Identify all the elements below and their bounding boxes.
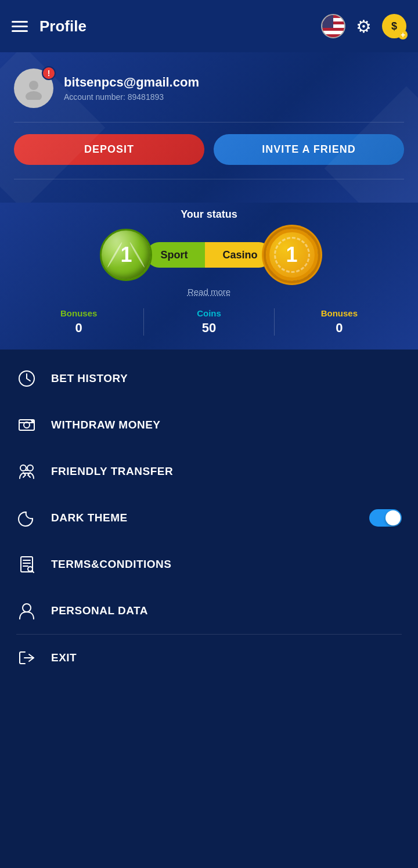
svg-point-17 bbox=[23, 604, 31, 612]
coin-deposit-button[interactable]: $ + bbox=[382, 14, 406, 38]
terms-conditions-label: TERMS&CONDITIONS bbox=[51, 558, 402, 571]
sport-bonuses-label: Bonuses bbox=[60, 308, 97, 318]
svg-point-0 bbox=[29, 81, 38, 90]
invite-friend-button[interactable]: INVITE A FRIEND bbox=[214, 134, 404, 165]
divider-2 bbox=[14, 179, 404, 179]
sport-label: Sport bbox=[146, 242, 205, 268]
header-actions: ⚙ $ + bbox=[321, 14, 406, 38]
sport-level-badge: 1 bbox=[100, 229, 152, 281]
account-number: Account number: 89481893 bbox=[64, 92, 199, 102]
status-section: Your status 1 Sport Casino 1 Read more B… bbox=[0, 203, 418, 350]
svg-rect-11 bbox=[21, 557, 33, 572]
settings-icon[interactable]: ⚙ bbox=[356, 16, 372, 37]
header: Profile ⚙ $ + bbox=[0, 0, 418, 52]
alert-badge: ! bbox=[42, 66, 56, 80]
dark-theme-label: DARK THEME bbox=[51, 512, 355, 524]
status-pill: Sport Casino bbox=[146, 242, 271, 268]
transfer-icon bbox=[16, 461, 37, 482]
withdraw-icon bbox=[16, 415, 37, 435]
stat-casino-bonuses: Bonuses 0 bbox=[274, 308, 404, 336]
status-title: Your status bbox=[14, 208, 404, 221]
menu-item-friendly-transfer[interactable]: FRIENDLY TRANSFER bbox=[0, 448, 418, 495]
action-buttons: DEPOSIT INVITE A FRIEND bbox=[14, 134, 404, 165]
divider-1 bbox=[14, 122, 404, 123]
stats-row: Bonuses 0 Coins 50 Bonuses 0 bbox=[14, 308, 404, 336]
sport-bonuses-value: 0 bbox=[75, 320, 82, 336]
menu-hamburger-button[interactable] bbox=[12, 21, 28, 32]
exit-label: EXIT bbox=[51, 651, 402, 664]
menu-section: BET HISTORY WITHDRAW MONEY bbox=[0, 350, 418, 687]
deposit-button[interactable]: DEPOSIT bbox=[14, 134, 204, 165]
coins-value: 50 bbox=[202, 320, 216, 336]
avatar-container: ! bbox=[14, 69, 53, 108]
friendly-transfer-label: FRIENDLY TRANSFER bbox=[51, 465, 402, 478]
clock-icon bbox=[16, 368, 37, 389]
exit-icon bbox=[16, 647, 37, 668]
svg-point-1 bbox=[26, 91, 42, 100]
stat-coins: Coins 50 bbox=[143, 308, 273, 336]
read-more-link[interactable]: Read more bbox=[14, 287, 404, 297]
menu-item-personal-data[interactable]: PERSONAL DATA bbox=[0, 588, 418, 634]
profile-section: ! bitsenpcs@gmail.com Account number: 89… bbox=[0, 52, 418, 203]
bet-history-label: BET HISTORY bbox=[51, 372, 402, 385]
stat-sport-bonuses: Bonuses 0 bbox=[14, 308, 143, 336]
menu-item-bet-history[interactable]: BET HISTORY bbox=[0, 355, 418, 402]
menu-item-withdraw-money[interactable]: WITHDRAW MONEY bbox=[0, 402, 418, 448]
casino-label: Casino bbox=[205, 242, 271, 268]
withdraw-money-label: WITHDRAW MONEY bbox=[51, 419, 402, 431]
casino-bonuses-label: Bonuses bbox=[321, 308, 358, 318]
person-icon bbox=[16, 600, 37, 621]
profile-info: ! bitsenpcs@gmail.com Account number: 89… bbox=[14, 69, 404, 108]
status-bar: 1 Sport Casino 1 bbox=[14, 229, 404, 281]
page-title: Profile bbox=[39, 17, 321, 35]
toggle-knob bbox=[385, 510, 401, 525]
flag-icon[interactable] bbox=[321, 14, 345, 38]
coins-label: Coins bbox=[197, 308, 221, 318]
dark-theme-toggle[interactable] bbox=[369, 509, 402, 527]
menu-item-exit[interactable]: EXIT bbox=[0, 635, 418, 681]
profile-text: bitsenpcs@gmail.com Account number: 8948… bbox=[64, 75, 199, 102]
casino-level-badge: 1 bbox=[266, 229, 318, 281]
personal-data-label: PERSONAL DATA bbox=[51, 604, 402, 617]
menu-item-terms-conditions[interactable]: TERMS&CONDITIONS bbox=[0, 541, 418, 588]
terms-icon bbox=[16, 554, 37, 575]
menu-item-dark-theme[interactable]: DARK THEME bbox=[0, 495, 418, 541]
profile-email: bitsenpcs@gmail.com bbox=[64, 75, 199, 90]
casino-bonuses-value: 0 bbox=[336, 320, 343, 336]
moon-icon bbox=[16, 507, 37, 528]
